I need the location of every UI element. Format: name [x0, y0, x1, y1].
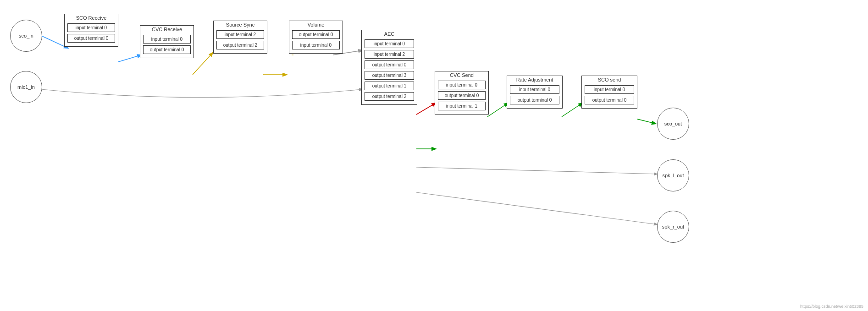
node-cvc-receive-title: CVC Receive: [140, 26, 194, 33]
diagram-container: sco_in mic1_in SCO Receive input termina…: [0, 0, 868, 311]
source-sync-terminal-0: input terminal 2: [216, 30, 264, 39]
endpoint-spk-r-out: spk_r_out: [657, 211, 689, 243]
sco-receive-terminal-0: input terminal 0: [67, 23, 115, 32]
endpoint-spk-l-out: spk_l_out: [657, 159, 689, 191]
node-cvc-send-title: CVC Send: [435, 71, 488, 79]
cvc-receive-terminal-1: output terminal 0: [143, 45, 191, 54]
svg-line-8: [487, 103, 508, 117]
cvc-send-terminal-0: input terminal 0: [438, 81, 486, 89]
endpoint-spk-r-out-label: spk_r_out: [662, 224, 684, 229]
svg-line-6: [416, 103, 436, 115]
node-cvc-receive: CVC Receive input terminal 0 output term…: [140, 25, 194, 58]
aec-terminal-4: output terminal 1: [365, 82, 414, 90]
node-rate-adjustment: Rate Adjustment input terminal 0 output …: [507, 76, 563, 109]
node-sco-receive: SCO Receive input terminal 0 output term…: [64, 14, 118, 47]
cvc-send-terminal-1: output terminal 0: [438, 91, 486, 100]
endpoint-sco-in: sco_in: [10, 20, 42, 52]
node-aec-title: AEC: [362, 30, 417, 38]
node-sco-send-title: SCO send: [582, 76, 637, 83]
cvc-receive-terminal-0: input terminal 0: [143, 35, 191, 44]
endpoint-mic1-in-label: mic1_in: [17, 84, 35, 90]
node-rate-adjustment-title: Rate Adjustment: [507, 76, 562, 83]
connections-svg: [0, 0, 868, 311]
node-aec: AEC input terminal 0 input terminal 2 ou…: [361, 30, 417, 105]
endpoint-mic1-in: mic1_in: [10, 71, 42, 103]
sco-send-terminal-1: output terminal 0: [585, 96, 634, 104]
svg-line-2: [193, 53, 213, 75]
node-sco-receive-title: SCO Receive: [65, 14, 118, 22]
cvc-send-terminal-2: input terminal 1: [438, 102, 486, 110]
endpoint-sco-out: sco_out: [657, 108, 689, 140]
svg-line-12: [416, 192, 657, 224]
node-cvc-send: CVC Send input terminal 0 output termina…: [435, 71, 489, 115]
sco-send-terminal-0: input terminal 0: [585, 85, 634, 94]
node-sco-send: SCO send input terminal 0 output termina…: [581, 76, 637, 109]
aec-terminal-2: output terminal 0: [365, 60, 414, 69]
node-source-sync: Source Sync input terminal 2 output term…: [213, 21, 267, 54]
endpoint-sco-in-label: sco_in: [19, 33, 33, 38]
sco-receive-terminal-1: output terminal 0: [67, 34, 115, 43]
aec-terminal-0: input terminal 0: [365, 39, 414, 48]
svg-line-10: [637, 119, 656, 124]
svg-line-11: [416, 167, 657, 174]
node-source-sync-title: Source Sync: [214, 21, 267, 28]
node-volume-title: Volume: [289, 21, 343, 28]
svg-line-9: [562, 103, 582, 117]
volume-terminal-0: output terminal 0: [292, 30, 340, 39]
svg-line-1: [118, 55, 141, 62]
source-sync-terminal-1: output terminal 2: [216, 41, 264, 49]
aec-terminal-3: output terminal 3: [365, 71, 414, 80]
rate-adj-terminal-1: output terminal 0: [510, 96, 559, 104]
node-volume: Volume output terminal 0 input terminal …: [289, 21, 343, 54]
volume-terminal-1: input terminal 0: [292, 41, 340, 49]
aec-terminal-5: output terminal 2: [365, 92, 414, 101]
rate-adj-terminal-0: input terminal 0: [510, 85, 559, 94]
watermark: https://blog.csdn.net/weixin502385: [800, 304, 863, 309]
aec-terminal-1: input terminal 2: [365, 50, 414, 59]
endpoint-spk-l-out-label: spk_l_out: [662, 173, 684, 178]
endpoint-sco-out-label: sco_out: [664, 121, 682, 126]
